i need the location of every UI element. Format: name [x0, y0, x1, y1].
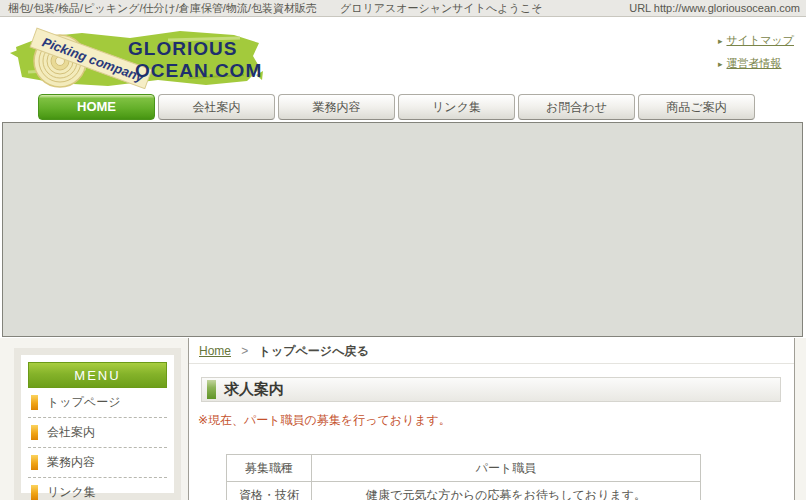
- sidebar-item-label: 業務内容: [47, 454, 95, 471]
- arrow-right-icon: ▸: [718, 59, 723, 69]
- logo-line1: GLORIOUS: [128, 38, 237, 59]
- sitemap-link[interactable]: ▸サイトマップ: [718, 33, 794, 48]
- breadcrumb-current: トップページへ戻る: [259, 344, 369, 358]
- green-accent-bar-icon: [207, 380, 216, 399]
- tab-home[interactable]: HOME: [38, 94, 155, 120]
- table-cell-value: 健康で元気な方からの応募をお待ちしております。: [312, 482, 701, 500]
- sitemap-link-label: サイトマップ: [726, 34, 794, 46]
- breadcrumb: Home > トップページへ戻る: [189, 338, 794, 364]
- sidebar-panel: MENU トップページ 会社案内 業務内容 リンク集: [21, 355, 174, 493]
- table-cell-label: 資格・技術: [227, 482, 312, 500]
- sidebar: MENU トップページ 会社案内 業務内容 リンク集: [14, 348, 181, 500]
- table-cell-value: パート職員: [312, 455, 701, 482]
- sidebar-item-label: トップページ: [47, 394, 120, 411]
- bullet-bar-icon: [31, 455, 38, 470]
- top-utility-bar: 梱包/包装/検品/ピッキング/仕分け/倉庫保管/物流/包装資材販売 グロリアスオ…: [0, 0, 806, 17]
- lower-section: MENU トップページ 会社案内 業務内容 リンク集: [0, 338, 806, 500]
- header: Picking company GLORIOUS OCEAN.COM ▸サイトマ…: [0, 18, 806, 93]
- main-navigation: HOME 会社案内 業務内容 リンク集 お問合わせ 商品ご案内: [38, 94, 755, 120]
- menu-header: MENU: [28, 362, 167, 388]
- recruitment-table: 募集職種 パート職員 資格・技術 健康で元気な方からの応募をお待ちしております。: [226, 454, 701, 500]
- tab-links[interactable]: リンク集: [398, 94, 515, 120]
- main-visual-placeholder: [2, 122, 803, 337]
- topbar-services-text: 梱包/包装/検品/ピッキング/仕分け/倉庫保管/物流/包装資材販売 グロリアスオ…: [8, 0, 542, 16]
- sidebar-item-links[interactable]: リンク集: [28, 478, 167, 500]
- header-links: ▸サイトマップ ▸運営者情報: [718, 33, 794, 79]
- breadcrumb-separator: >: [241, 344, 248, 358]
- operator-info-link-label: 運営者情報: [726, 57, 781, 69]
- bullet-bar-icon: [31, 395, 38, 410]
- tab-company[interactable]: 会社案内: [158, 94, 275, 120]
- tab-contact[interactable]: お問合わせ: [518, 94, 635, 120]
- table-cell-label: 募集職種: [227, 455, 312, 482]
- sidebar-item-label: 会社案内: [47, 424, 95, 441]
- tab-services[interactable]: 業務内容: [278, 94, 395, 120]
- recruitment-notice: ※現在、パート職員の募集を行っております。: [198, 412, 794, 429]
- page: 梱包/包装/検品/ピッキング/仕分け/倉庫保管/物流/包装資材販売 グロリアスオ…: [0, 0, 806, 500]
- table-row: 資格・技術 健康で元気な方からの応募をお待ちしております。: [227, 482, 701, 500]
- operator-info-link[interactable]: ▸運営者情報: [718, 56, 794, 71]
- main-content: Home > トップページへ戻る 求人案内 ※現在、パート職員の募集を行っており…: [188, 338, 795, 500]
- arrow-right-icon: ▸: [718, 36, 723, 46]
- tab-products[interactable]: 商品ご案内: [638, 94, 755, 120]
- bullet-bar-icon: [31, 485, 38, 500]
- sidebar-item-label: リンク集: [47, 484, 96, 500]
- services-keywords: 梱包/包装/検品/ピッキング/仕分け/倉庫保管/物流/包装資材販売: [8, 2, 317, 14]
- sidebar-item-company[interactable]: 会社案内: [28, 418, 167, 448]
- logo-line2: OCEAN.COM: [135, 60, 262, 81]
- welcome-text: グロリアスオーシャンサイトへようこそ: [340, 2, 542, 14]
- breadcrumb-home-link[interactable]: Home: [199, 344, 231, 358]
- section-heading-bar: 求人案内: [201, 377, 781, 402]
- sidebar-item-top-page[interactable]: トップページ: [28, 388, 167, 418]
- bullet-bar-icon: [31, 425, 38, 440]
- page-title: 求人案内: [224, 380, 284, 399]
- sidebar-item-services[interactable]: 業務内容: [28, 448, 167, 478]
- site-url-text: URL http://www.gloriousocean.com: [629, 0, 800, 16]
- table-row: 募集職種 パート職員: [227, 455, 701, 482]
- site-logo[interactable]: Picking company GLORIOUS OCEAN.COM: [8, 23, 264, 89]
